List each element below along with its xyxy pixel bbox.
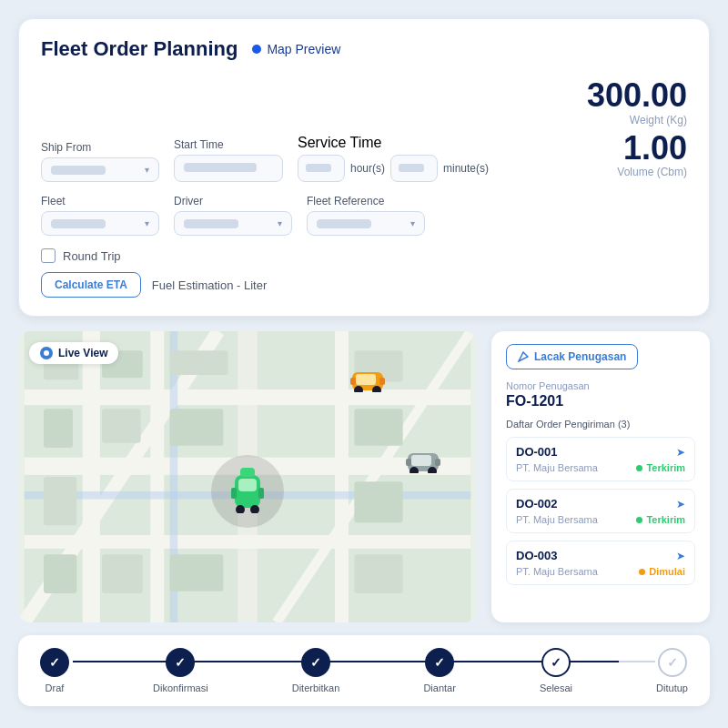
navigate-icon[interactable]: ➤ bbox=[676, 550, 685, 562]
volume-value: 1.00 bbox=[623, 130, 687, 167]
fleet-order-card: Fleet Order Planning Map Preview Ship Fr… bbox=[18, 18, 710, 317]
status-badge-do003: Dimulai bbox=[639, 566, 685, 577]
hours-unit-label: hour(s) bbox=[350, 162, 385, 175]
timeline-circle-dikonfirmasi: ✓ bbox=[166, 648, 195, 677]
fuel-estimation-label: Fuel Estimation - Liter bbox=[152, 278, 267, 292]
green-vehicle-icon bbox=[231, 466, 264, 517]
service-time-hours-input[interactable] bbox=[298, 155, 345, 182]
minutes-unit-label: minute(s) bbox=[443, 162, 489, 175]
order-item-do002: DO-002 ➤ PT. Maju Bersama Terkirim bbox=[506, 489, 695, 533]
form-row-2: Fleet ▾ Driver ▾ Fleet Reference ▾ bbox=[41, 195, 687, 236]
daftar-order-label: Daftar Order Pengiriman (3) bbox=[506, 419, 695, 430]
timeline-circle-draf: ✓ bbox=[40, 648, 69, 677]
svg-rect-6 bbox=[25, 389, 471, 405]
round-trip-checkbox[interactable] bbox=[41, 248, 56, 263]
timeline-step-dikonfirmasi: ✓ Dikonfirmasi bbox=[153, 648, 208, 693]
start-time-input[interactable] bbox=[174, 155, 283, 182]
eta-row: Calculate ETA Fuel Estimation - Liter bbox=[41, 272, 687, 298]
lacak-penugasan-button[interactable]: Lacak Penugasan bbox=[506, 344, 638, 369]
order-footer: PT. Maju Bersama Dimulai bbox=[516, 566, 685, 577]
order-item-header: DO-001 ➤ bbox=[516, 445, 685, 459]
gray-vehicle-icon bbox=[406, 448, 440, 477]
timeline-circle-ditutup: ✓ bbox=[658, 648, 687, 677]
map-preview-label: Map Preview bbox=[267, 42, 340, 56]
svg-rect-8 bbox=[25, 535, 471, 549]
timeline-circle-diterbitkan: ✓ bbox=[301, 648, 330, 677]
svg-rect-24 bbox=[170, 555, 224, 592]
map-preview-badge: Map Preview bbox=[252, 42, 340, 56]
fleet-reference-select[interactable]: ▾ bbox=[307, 211, 425, 236]
live-icon bbox=[40, 347, 53, 359]
fleet-reference-label: Fleet Reference bbox=[307, 195, 425, 207]
service-time-label: Service Time bbox=[298, 135, 489, 151]
timeline-label-diantar: Diantar bbox=[423, 682, 455, 693]
status-badge-do001: Terkirim bbox=[636, 462, 685, 473]
svg-rect-21 bbox=[44, 477, 76, 525]
timeline-step-diantar: ✓ Diantar bbox=[423, 648, 455, 693]
live-view-badge: Live View bbox=[29, 342, 118, 364]
bottom-section: Live View Lacak Penugasan Nomor Penugasa… bbox=[18, 331, 710, 622]
svg-rect-20 bbox=[354, 410, 402, 447]
chevron-down-icon: ▾ bbox=[278, 218, 282, 228]
order-company-do002: PT. Maju Bersama bbox=[516, 514, 598, 525]
calculate-eta-button[interactable]: Calculate ETA bbox=[41, 272, 141, 298]
fleet-reference-group: Fleet Reference ▾ bbox=[307, 195, 425, 236]
round-trip-label: Round Trip bbox=[63, 249, 121, 263]
card-header: Fleet Order Planning Map Preview bbox=[41, 37, 687, 61]
volume-label: Volume (Cbm) bbox=[617, 166, 687, 178]
timeline-label-diterbitkan: Diterbitkan bbox=[292, 682, 340, 693]
navigate-icon[interactable]: ➤ bbox=[676, 498, 685, 511]
order-item-header: DO-002 ➤ bbox=[516, 497, 685, 511]
weight-value: 300.00 bbox=[587, 77, 687, 114]
timeline-label-selesai: Selesai bbox=[540, 682, 572, 693]
ship-from-label: Ship From bbox=[41, 141, 159, 154]
svg-rect-15 bbox=[170, 351, 228, 376]
form-row-1: Ship From ▾ Start Time Service Time hour… bbox=[41, 77, 687, 182]
svg-rect-18 bbox=[170, 410, 224, 447]
weight-volume-section: 300.00 Weight (Kg) 1.00 Volume (Cbm) bbox=[587, 77, 687, 182]
live-view-label: Live View bbox=[58, 347, 107, 359]
chevron-down-icon: ▾ bbox=[145, 218, 149, 228]
fleet-select[interactable]: ▾ bbox=[41, 211, 159, 236]
svg-rect-31 bbox=[231, 488, 237, 499]
svg-rect-23 bbox=[102, 555, 143, 594]
service-time-minutes-input[interactable] bbox=[390, 155, 438, 182]
weight-label: Weight (Kg) bbox=[630, 114, 687, 126]
timeline-step-draf: ✓ Draf bbox=[40, 648, 69, 693]
svg-rect-44 bbox=[406, 459, 411, 466]
svg-rect-5 bbox=[335, 331, 349, 622]
driver-label: Driver bbox=[174, 195, 292, 207]
svg-rect-35 bbox=[356, 374, 376, 385]
status-dot-icon bbox=[636, 517, 642, 523]
timeline-circle-diantar: ✓ bbox=[425, 648, 454, 677]
ship-from-select[interactable]: ▾ bbox=[41, 157, 159, 182]
order-footer: PT. Maju Bersama Terkirim bbox=[516, 514, 685, 525]
timeline-label-draf: Draf bbox=[46, 682, 65, 693]
start-time-label: Start Time bbox=[174, 138, 283, 151]
round-trip-row: Round Trip bbox=[41, 248, 687, 263]
order-item-do003: DO-003 ➤ PT. Maju Bersama Dimulai bbox=[506, 541, 695, 585]
svg-rect-32 bbox=[258, 488, 264, 499]
order-id-do003: DO-003 bbox=[516, 549, 558, 562]
status-dot-icon bbox=[639, 569, 645, 575]
svg-rect-39 bbox=[379, 378, 385, 385]
svg-rect-41 bbox=[411, 455, 431, 466]
order-company-do001: PT. Maju Bersama bbox=[516, 462, 598, 473]
driver-select[interactable]: ▾ bbox=[174, 211, 292, 236]
timeline-step-diterbitkan: ✓ Diterbitkan bbox=[292, 648, 340, 693]
chevron-down-icon: ▾ bbox=[145, 165, 149, 175]
status-badge-do002: Terkirim bbox=[636, 514, 685, 525]
service-time-group: Service Time hour(s) minute(s) bbox=[298, 135, 489, 182]
svg-rect-45 bbox=[435, 459, 440, 466]
navigate-icon[interactable]: ➤ bbox=[676, 446, 685, 459]
timeline-label-ditutup: Ditutup bbox=[656, 682, 688, 693]
right-panel: Lacak Penugasan Nomor Penugasan FO-1201 … bbox=[491, 331, 710, 622]
svg-rect-33 bbox=[240, 468, 255, 477]
card-title: Fleet Order Planning bbox=[41, 37, 238, 61]
timeline-label-dikonfirmasi: Dikonfirmasi bbox=[153, 682, 208, 693]
svg-rect-16 bbox=[44, 410, 73, 449]
timeline-step-ditutup: ✓ Ditutup bbox=[656, 648, 688, 693]
order-item-do001: DO-001 ➤ PT. Maju Bersama Terkirim bbox=[506, 437, 695, 481]
map-container: Live View bbox=[18, 331, 477, 622]
timeline-card: ✓ Draf ✓ Dikonfirmasi ✓ Diterbitkan ✓ Di… bbox=[18, 635, 710, 706]
